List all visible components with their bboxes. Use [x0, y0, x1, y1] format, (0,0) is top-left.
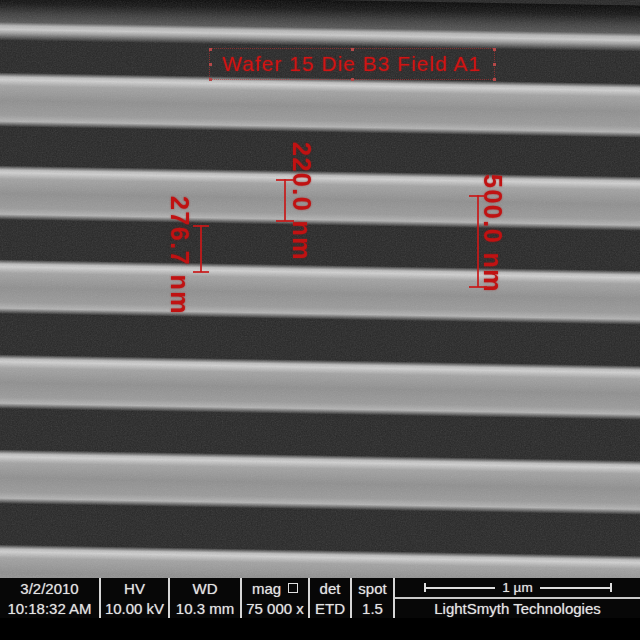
- measurement-line: [200, 225, 202, 272]
- measurement-tick: [276, 179, 294, 181]
- scale-bar-line: [540, 587, 610, 589]
- selection-handle[interactable]: [351, 78, 354, 81]
- det-label: det: [310, 578, 350, 598]
- status-field-spot: spot 1.5: [352, 578, 395, 618]
- measurement-label: 276.7 nm: [165, 196, 194, 315]
- status-field-hv: HV 10.00 kV: [101, 578, 170, 618]
- scale-bar-line: [426, 587, 496, 589]
- annotation-title-text: Wafer 15 Die B3 Field A1: [223, 52, 482, 76]
- selection-handle[interactable]: [493, 78, 496, 81]
- hv-value: 10.00 kV: [101, 598, 168, 618]
- measurement-tick: [193, 271, 209, 273]
- status-time: 10:18:32 AM: [0, 598, 99, 618]
- selection-handle[interactable]: [351, 48, 354, 51]
- wd-label: WD: [170, 578, 240, 598]
- measurement-tick: [193, 225, 209, 227]
- hv-label: HV: [101, 578, 168, 598]
- selection-handle[interactable]: [493, 48, 496, 51]
- measurement-tick: [469, 286, 487, 288]
- status-bar: 3/2/2010 10:18:32 AM HV 10.00 kV WD 10.3…: [0, 578, 640, 618]
- measurement-tick: [469, 195, 487, 197]
- status-field-wd: WD 10.3 mm: [170, 578, 242, 618]
- selection-handle[interactable]: [493, 63, 496, 66]
- sem-viewport: Wafer 15 Die B3 Field A1 220.0 nm 276.7 …: [0, 0, 640, 640]
- spot-value: 1.5: [352, 598, 393, 618]
- status-field-mag: mag 75 000 x: [242, 578, 310, 618]
- status-field-scalebar-vendor: 1 µm LightSmyth Technologies: [395, 578, 640, 618]
- mag-value: 75 000 x: [242, 598, 308, 618]
- mag-label: mag: [242, 578, 308, 598]
- det-value: ETD: [310, 598, 350, 618]
- scale-bar-label: 1 µm: [495, 581, 539, 595]
- status-field-datetime: 3/2/2010 10:18:32 AM: [0, 578, 101, 618]
- status-field-det: det ETD: [310, 578, 352, 618]
- scale-bar-endcap-right: [610, 583, 612, 592]
- selection-handle[interactable]: [209, 78, 212, 81]
- scale-bar-row: 1 µm: [395, 578, 640, 599]
- measurement-label: 500.0 nm: [478, 174, 507, 293]
- annotation-title-box[interactable]: Wafer 15 Die B3 Field A1: [209, 48, 495, 80]
- sem-micrograph: Wafer 15 Die B3 Field A1 220.0 nm 276.7 …: [0, 0, 640, 578]
- measurement-line: [477, 195, 479, 287]
- vendor-name: LightSmyth Technologies: [434, 600, 601, 617]
- status-date: 3/2/2010: [0, 578, 99, 598]
- vendor-row: LightSmyth Technologies: [395, 599, 640, 618]
- selection-handle[interactable]: [209, 63, 212, 66]
- scale-bar: 1 µm: [424, 581, 612, 595]
- measurement-line: [284, 179, 286, 221]
- annotation-layer: Wafer 15 Die B3 Field A1 220.0 nm 276.7 …: [0, 0, 640, 578]
- mag-square-icon: [288, 583, 298, 593]
- measurement-tick: [276, 220, 294, 222]
- spot-label: spot: [352, 578, 393, 598]
- selection-handle[interactable]: [209, 48, 212, 51]
- wd-value: 10.3 mm: [170, 598, 240, 618]
- measurement-label: 220.0 nm: [287, 142, 316, 261]
